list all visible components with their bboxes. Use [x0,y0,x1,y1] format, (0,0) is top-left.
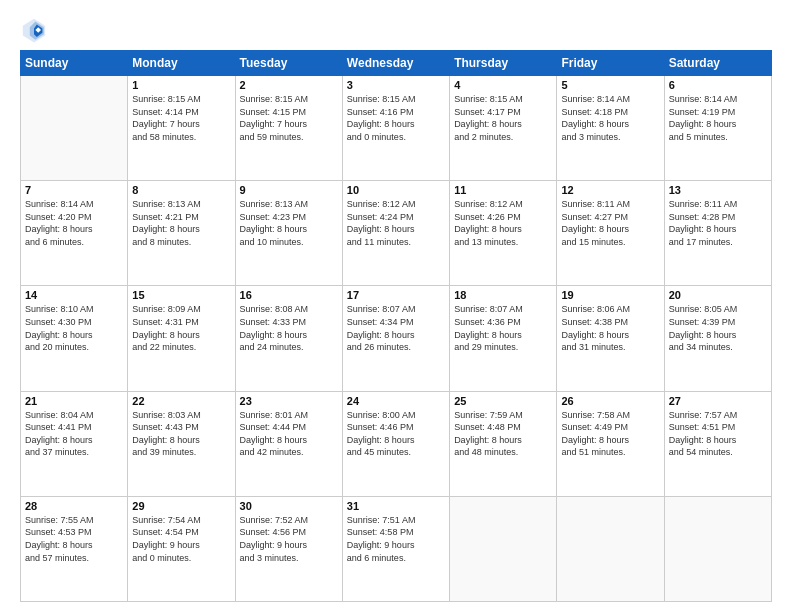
week-row-1: 7Sunrise: 8:14 AMSunset: 4:20 PMDaylight… [21,181,772,286]
calendar-cell: 2Sunrise: 8:15 AMSunset: 4:15 PMDaylight… [235,76,342,181]
day-number: 15 [132,289,230,301]
calendar-cell: 28Sunrise: 7:55 AMSunset: 4:53 PMDayligh… [21,496,128,601]
week-row-3: 21Sunrise: 8:04 AMSunset: 4:41 PMDayligh… [21,391,772,496]
day-info: Sunrise: 7:59 AMSunset: 4:48 PMDaylight:… [454,409,552,459]
day-number: 9 [240,184,338,196]
page: SundayMondayTuesdayWednesdayThursdayFrid… [0,0,792,612]
calendar-cell: 12Sunrise: 8:11 AMSunset: 4:27 PMDayligh… [557,181,664,286]
day-info: Sunrise: 8:05 AMSunset: 4:39 PMDaylight:… [669,303,767,353]
calendar-cell: 4Sunrise: 8:15 AMSunset: 4:17 PMDaylight… [450,76,557,181]
day-info: Sunrise: 8:03 AMSunset: 4:43 PMDaylight:… [132,409,230,459]
calendar-cell [450,496,557,601]
day-number: 28 [25,500,123,512]
day-info: Sunrise: 8:15 AMSunset: 4:16 PMDaylight:… [347,93,445,143]
day-info: Sunrise: 7:57 AMSunset: 4:51 PMDaylight:… [669,409,767,459]
calendar-cell: 27Sunrise: 7:57 AMSunset: 4:51 PMDayligh… [664,391,771,496]
weekday-sunday: Sunday [21,51,128,76]
day-info: Sunrise: 8:06 AMSunset: 4:38 PMDaylight:… [561,303,659,353]
calendar-cell: 1Sunrise: 8:15 AMSunset: 4:14 PMDaylight… [128,76,235,181]
calendar-cell: 29Sunrise: 7:54 AMSunset: 4:54 PMDayligh… [128,496,235,601]
day-info: Sunrise: 8:12 AMSunset: 4:26 PMDaylight:… [454,198,552,248]
calendar-cell: 7Sunrise: 8:14 AMSunset: 4:20 PMDaylight… [21,181,128,286]
day-number: 16 [240,289,338,301]
calendar-cell: 9Sunrise: 8:13 AMSunset: 4:23 PMDaylight… [235,181,342,286]
calendar-cell: 20Sunrise: 8:05 AMSunset: 4:39 PMDayligh… [664,286,771,391]
calendar-cell: 31Sunrise: 7:51 AMSunset: 4:58 PMDayligh… [342,496,449,601]
day-info: Sunrise: 8:14 AMSunset: 4:18 PMDaylight:… [561,93,659,143]
calendar-cell: 13Sunrise: 8:11 AMSunset: 4:28 PMDayligh… [664,181,771,286]
weekday-saturday: Saturday [664,51,771,76]
day-number: 7 [25,184,123,196]
calendar-cell: 8Sunrise: 8:13 AMSunset: 4:21 PMDaylight… [128,181,235,286]
calendar-cell: 14Sunrise: 8:10 AMSunset: 4:30 PMDayligh… [21,286,128,391]
day-number: 24 [347,395,445,407]
day-number: 5 [561,79,659,91]
calendar-cell: 26Sunrise: 7:58 AMSunset: 4:49 PMDayligh… [557,391,664,496]
day-info: Sunrise: 8:15 AMSunset: 4:17 PMDaylight:… [454,93,552,143]
day-info: Sunrise: 8:11 AMSunset: 4:28 PMDaylight:… [669,198,767,248]
day-number: 29 [132,500,230,512]
day-info: Sunrise: 8:11 AMSunset: 4:27 PMDaylight:… [561,198,659,248]
day-info: Sunrise: 8:00 AMSunset: 4:46 PMDaylight:… [347,409,445,459]
calendar-cell: 18Sunrise: 8:07 AMSunset: 4:36 PMDayligh… [450,286,557,391]
day-number: 23 [240,395,338,407]
calendar-cell: 23Sunrise: 8:01 AMSunset: 4:44 PMDayligh… [235,391,342,496]
week-row-4: 28Sunrise: 7:55 AMSunset: 4:53 PMDayligh… [21,496,772,601]
day-number: 22 [132,395,230,407]
calendar-cell: 6Sunrise: 8:14 AMSunset: 4:19 PMDaylight… [664,76,771,181]
calendar-cell: 17Sunrise: 8:07 AMSunset: 4:34 PMDayligh… [342,286,449,391]
day-number: 11 [454,184,552,196]
calendar-cell: 11Sunrise: 8:12 AMSunset: 4:26 PMDayligh… [450,181,557,286]
day-info: Sunrise: 8:07 AMSunset: 4:34 PMDaylight:… [347,303,445,353]
day-number: 3 [347,79,445,91]
day-info: Sunrise: 8:15 AMSunset: 4:14 PMDaylight:… [132,93,230,143]
logo-icon [20,16,48,44]
day-number: 10 [347,184,445,196]
day-number: 31 [347,500,445,512]
day-number: 2 [240,79,338,91]
weekday-thursday: Thursday [450,51,557,76]
day-number: 25 [454,395,552,407]
day-number: 27 [669,395,767,407]
calendar-cell: 15Sunrise: 8:09 AMSunset: 4:31 PMDayligh… [128,286,235,391]
day-number: 8 [132,184,230,196]
day-info: Sunrise: 7:55 AMSunset: 4:53 PMDaylight:… [25,514,123,564]
day-info: Sunrise: 7:54 AMSunset: 4:54 PMDaylight:… [132,514,230,564]
day-info: Sunrise: 8:10 AMSunset: 4:30 PMDaylight:… [25,303,123,353]
day-number: 26 [561,395,659,407]
day-number: 30 [240,500,338,512]
calendar-table: SundayMondayTuesdayWednesdayThursdayFrid… [20,50,772,602]
day-info: Sunrise: 8:01 AMSunset: 4:44 PMDaylight:… [240,409,338,459]
calendar-cell: 22Sunrise: 8:03 AMSunset: 4:43 PMDayligh… [128,391,235,496]
day-number: 20 [669,289,767,301]
calendar-cell: 21Sunrise: 8:04 AMSunset: 4:41 PMDayligh… [21,391,128,496]
day-number: 1 [132,79,230,91]
weekday-friday: Friday [557,51,664,76]
day-info: Sunrise: 8:08 AMSunset: 4:33 PMDaylight:… [240,303,338,353]
weekday-tuesday: Tuesday [235,51,342,76]
day-info: Sunrise: 8:09 AMSunset: 4:31 PMDaylight:… [132,303,230,353]
calendar-cell: 16Sunrise: 8:08 AMSunset: 4:33 PMDayligh… [235,286,342,391]
calendar-cell [664,496,771,601]
day-number: 14 [25,289,123,301]
calendar-cell: 19Sunrise: 8:06 AMSunset: 4:38 PMDayligh… [557,286,664,391]
calendar-cell: 25Sunrise: 7:59 AMSunset: 4:48 PMDayligh… [450,391,557,496]
logo [20,16,52,44]
day-number: 21 [25,395,123,407]
day-info: Sunrise: 7:51 AMSunset: 4:58 PMDaylight:… [347,514,445,564]
day-info: Sunrise: 7:58 AMSunset: 4:49 PMDaylight:… [561,409,659,459]
day-number: 6 [669,79,767,91]
day-info: Sunrise: 8:04 AMSunset: 4:41 PMDaylight:… [25,409,123,459]
day-number: 12 [561,184,659,196]
calendar-cell: 3Sunrise: 8:15 AMSunset: 4:16 PMDaylight… [342,76,449,181]
weekday-header-row: SundayMondayTuesdayWednesdayThursdayFrid… [21,51,772,76]
day-number: 18 [454,289,552,301]
day-number: 17 [347,289,445,301]
header [20,16,772,44]
day-info: Sunrise: 8:15 AMSunset: 4:15 PMDaylight:… [240,93,338,143]
calendar-cell: 24Sunrise: 8:00 AMSunset: 4:46 PMDayligh… [342,391,449,496]
calendar-cell: 10Sunrise: 8:12 AMSunset: 4:24 PMDayligh… [342,181,449,286]
weekday-wednesday: Wednesday [342,51,449,76]
calendar-cell [21,76,128,181]
calendar-cell: 30Sunrise: 7:52 AMSunset: 4:56 PMDayligh… [235,496,342,601]
